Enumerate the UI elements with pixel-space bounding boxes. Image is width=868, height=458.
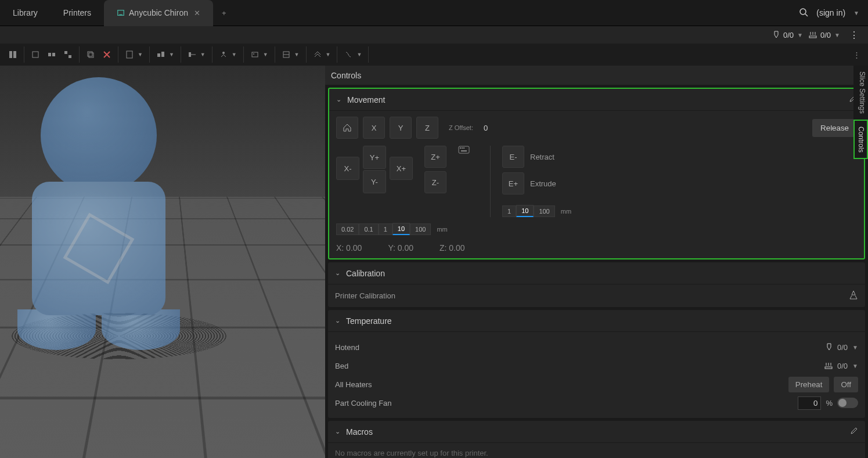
tool-arrange-3[interactable] [60, 46, 76, 63]
jog-z-plus-button[interactable]: Z+ [424, 146, 446, 168]
tool-dd-4[interactable]: ▼ [215, 46, 240, 63]
heaters-off-button[interactable]: Off [834, 377, 858, 392]
right-tab-controls[interactable]: Controls [853, 120, 868, 160]
tool-arrange-2[interactable] [44, 46, 60, 63]
home-all-button[interactable] [336, 117, 358, 139]
svg-rect-24 [459, 146, 469, 153]
new-tab-button[interactable]: + [213, 9, 235, 17]
fan-label: Part Cooling Fan [335, 399, 798, 407]
jog-xy-cross: Y+ X- X+ Y- [336, 146, 413, 191]
toolbar: ▼ ▼ ▼ ▼ ▼ ▼ ▼ ▼ ⋮ [0, 44, 868, 66]
tool-dd-5[interactable]: ▼ [247, 46, 272, 63]
svg-rect-13 [89, 53, 93, 57]
right-tab-slice-settings[interactable]: Slice Settings [853, 66, 868, 120]
svg-rect-14 [127, 51, 132, 58]
extrude-step-selector: 110100mm [502, 205, 571, 217]
calibration-icon[interactable] [849, 290, 858, 301]
fan-toggle[interactable] [837, 398, 858, 408]
section-header-macros[interactable]: ⌄ Macros [328, 421, 865, 443]
extrude-step-10[interactable]: 10 [516, 205, 534, 217]
right-side-tabs: Slice Settings Controls [853, 66, 868, 159]
extrude-step-100[interactable]: 100 [534, 205, 554, 217]
jog-x-plus-button[interactable]: X+ [390, 157, 413, 180]
jog-z-column: Z+ Z- [424, 146, 446, 193]
tool-dd-3[interactable]: ▼ [184, 46, 209, 63]
status-hotend[interactable]: 0/0 ▼ [773, 31, 803, 39]
printer-calibration-label: Printer Calibration [335, 291, 395, 300]
movement-step-1[interactable]: 1 [379, 223, 392, 235]
section-movement: ⌄ Movement X Y Z Z Offset: 0 Release [328, 88, 865, 259]
tab-printers[interactable]: Printers [51, 0, 104, 26]
panel-title: Controls [331, 71, 361, 80]
tool-dd-8[interactable]: ▼ [340, 46, 365, 63]
keyboard-icon[interactable] [458, 146, 470, 156]
bed-icon [824, 362, 833, 369]
tool-view-1[interactable] [5, 46, 21, 63]
jog-z-minus-button[interactable]: Z- [424, 171, 446, 193]
svg-rect-20 [252, 52, 258, 57]
section-header-movement[interactable]: ⌄ Movement [329, 89, 864, 111]
preheat-button[interactable]: Preheat [788, 377, 830, 392]
controls-panel: Controls ⌄ Movement X Y [325, 66, 868, 458]
retract-button[interactable]: E- [502, 146, 524, 168]
tool-dd-6[interactable]: ▼ [278, 46, 303, 63]
nozzle-icon [826, 343, 833, 351]
extrude-button[interactable]: E+ [502, 172, 524, 194]
movement-step-0.1[interactable]: 0.1 [359, 223, 378, 235]
bed-dropdown-icon[interactable]: ▼ [852, 363, 858, 369]
printer-icon [117, 9, 125, 17]
tool-dd-2[interactable]: ▼ [153, 46, 178, 63]
extrude-label: Extrude [530, 179, 556, 188]
tabs-bar: Library Printers Anycubic Chiron ✕ + (si… [0, 0, 868, 26]
svg-rect-4 [809, 36, 816, 38]
jog-x-minus-button[interactable]: X- [336, 157, 359, 180]
all-heaters-label: All Heaters [335, 380, 788, 389]
home-y-button[interactable]: Y [390, 117, 412, 139]
close-icon[interactable]: ✕ [194, 9, 200, 17]
bed-icon [809, 31, 817, 38]
unit-label: mm [437, 226, 447, 233]
tool-dd-7[interactable]: ▼ [309, 46, 334, 63]
3d-viewport[interactable] [0, 66, 325, 458]
home-icon [343, 123, 352, 132]
search-icon[interactable] [799, 8, 808, 19]
tool-delete[interactable] [99, 46, 115, 63]
svg-rect-7 [33, 52, 38, 57]
tool-copy[interactable] [82, 46, 99, 63]
release-button[interactable]: Release [812, 119, 857, 137]
movement-step-100[interactable]: 100 [410, 223, 431, 235]
tool-arrange-1[interactable] [27, 46, 44, 63]
section-macros: ⌄ Macros No macros are currently set up … [328, 421, 865, 458]
more-menu-icon[interactable]: ⋮ [846, 30, 862, 41]
home-x-button[interactable]: X [363, 117, 385, 139]
movement-step-0.02[interactable]: 0.02 [336, 223, 359, 235]
tool-dd-1[interactable]: ▼ [121, 46, 146, 63]
jog-y-plus-button[interactable]: Y+ [363, 146, 386, 169]
svg-point-21 [253, 53, 254, 55]
model-preview [12, 77, 186, 367]
chevron-down-icon: ⌄ [335, 317, 340, 324]
tab-printer-active[interactable]: Anycubic Chiron ✕ [104, 0, 213, 26]
signin-dropdown-icon[interactable]: ▼ [853, 10, 859, 16]
bed-value: 0/0 [837, 362, 848, 370]
hotend-dropdown-icon[interactable]: ▼ [852, 344, 858, 351]
home-z-button[interactable]: Z [416, 117, 438, 139]
section-header-calibration[interactable]: ⌄ Calibration [328, 262, 865, 284]
toolbar-more-icon[interactable]: ⋮ [853, 51, 866, 59]
status-bed[interactable]: 0/0 ▼ [809, 31, 840, 39]
nozzle-icon [773, 31, 780, 39]
signin-link[interactable]: (sign in) [816, 8, 845, 17]
status-bar: 0/0 ▼ 0/0 ▼ ⋮ [0, 26, 868, 44]
hotend-value: 0/0 [837, 343, 848, 352]
fan-speed-input[interactable] [798, 396, 821, 410]
jog-y-minus-button[interactable]: Y- [363, 170, 386, 193]
tab-library[interactable]: Library [0, 0, 51, 26]
edit-icon[interactable] [850, 427, 858, 437]
section-header-temperature[interactable]: ⌄ Temperature [328, 310, 865, 332]
svg-rect-28 [461, 150, 467, 152]
extrude-step-1[interactable]: 1 [502, 205, 516, 217]
bed-label: Bed [335, 362, 824, 370]
svg-rect-1 [119, 15, 122, 16]
movement-step-10[interactable]: 10 [392, 223, 410, 235]
retract-label: Retract [530, 153, 554, 161]
